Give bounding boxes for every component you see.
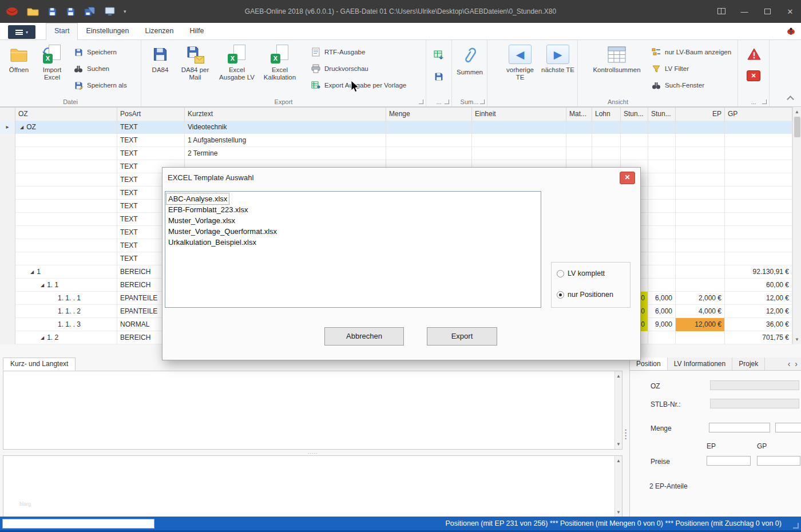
grid-cell-gp[interactable]: [725, 160, 792, 173]
grid-cell-stun2[interactable]: [648, 173, 676, 186]
grid-cell-oz[interactable]: [15, 226, 117, 239]
table-row[interactable]: ▸◢OZTEXTVideotechnik: [0, 121, 792, 134]
row-marker[interactable]: [0, 200, 15, 213]
stlb-input[interactable]: [710, 399, 799, 408]
grid-cell-stun2[interactable]: [648, 147, 676, 160]
kurztext-area[interactable]: ▲ ▼: [3, 371, 622, 450]
grid-cell-gp[interactable]: [725, 252, 792, 265]
excel-ausgabe-lv-button[interactable]: X Excel Ausgabe LV: [218, 43, 256, 81]
column-header-einheit[interactable]: Einheit: [472, 108, 566, 121]
langtext-area[interactable]: ▲ ▼ blarg: [3, 455, 622, 518]
grid-cell-menge[interactable]: [386, 121, 472, 134]
grid-cell-ep[interactable]: [676, 213, 725, 226]
export-button[interactable]: Export: [427, 327, 497, 346]
import-excel-button[interactable]: X Import Excel: [35, 43, 69, 81]
tab-lv-informationen[interactable]: LV Informationen: [668, 358, 733, 370]
grid-cell-gp[interactable]: [725, 186, 792, 200]
tab-einstellungen[interactable]: Einstellungen: [78, 23, 137, 40]
grid-cell-oz[interactable]: [15, 186, 117, 200]
speichern-als-button[interactable]: Speichern als: [73, 78, 127, 92]
grid-cell-oz[interactable]: ◢1. 2: [15, 331, 117, 344]
warning-button[interactable]: [747, 47, 762, 61]
open-folder-icon[interactable]: [27, 7, 39, 16]
row-marker[interactable]: [0, 252, 15, 265]
grid-cell-ep[interactable]: 12,000 €: [676, 318, 725, 331]
da84-per-mail-button[interactable]: DA84 per Mail: [177, 43, 213, 81]
radio-lv-komplett[interactable]: LV komplett: [557, 269, 605, 277]
grid-cell-stun1[interactable]: [621, 134, 648, 147]
row-marker[interactable]: [0, 265, 15, 279]
grid-cell-ep[interactable]: [676, 186, 725, 200]
grid-cell-oz[interactable]: 1. 1. . 2: [15, 305, 117, 318]
column-header-ep[interactable]: EP: [676, 108, 725, 121]
grid-cell-stun2[interactable]: [648, 226, 676, 239]
grid-cell-stun2[interactable]: [648, 186, 676, 200]
row-marker[interactable]: [0, 173, 15, 186]
maximize-button[interactable]: [762, 7, 772, 16]
grid-cell-gp[interactable]: 36,00 €: [725, 318, 792, 331]
grid-cell-stun2[interactable]: [648, 160, 676, 173]
grid-cell-lohn[interactable]: [592, 147, 621, 160]
grid-cell-kurztext[interactable]: 1 Aufgabenstellung: [185, 134, 386, 147]
grid-cell-posart[interactable]: TEXT: [117, 134, 185, 147]
row-marker[interactable]: [0, 239, 15, 252]
save-icon[interactable]: [47, 7, 57, 17]
column-header-oz[interactable]: OZ: [15, 108, 117, 121]
row-marker[interactable]: [0, 292, 15, 305]
dialog-close-button[interactable]: ✕: [620, 172, 635, 184]
grid-cell-gp[interactable]: 60,00 €: [725, 279, 792, 292]
save-as-icon[interactable]: [66, 7, 76, 17]
naechste-te-button[interactable]: ▶ nächste TE: [541, 43, 574, 74]
row-marker[interactable]: [0, 213, 15, 226]
bug-report-icon[interactable]: [787, 27, 795, 35]
scroll-up-icon[interactable]: ▲: [615, 456, 622, 465]
tree-expander-icon[interactable]: ◢: [20, 125, 23, 130]
column-header-mat[interactable]: Mat...: [566, 108, 592, 121]
grid-cell-mat[interactable]: [566, 134, 592, 147]
table-row[interactable]: TEXT2 Termine: [0, 147, 792, 160]
grid-cell-ep[interactable]: [676, 252, 725, 265]
row-marker[interactable]: ▸: [0, 121, 15, 134]
close-file-button[interactable]: ✕: [747, 69, 760, 82]
grid-cell-ep[interactable]: [676, 265, 725, 279]
grid-cell-gp[interactable]: [725, 226, 792, 239]
grid-cell-stun2[interactable]: 6,000: [648, 305, 676, 318]
column-header-stun1[interactable]: Stun...: [621, 108, 648, 121]
grid-cell-ep[interactable]: [676, 173, 725, 186]
grid-cell-ep[interactable]: 4,000 €: [676, 305, 725, 318]
grid-cell-gp[interactable]: [725, 213, 792, 226]
scrollbar-thumb[interactable]: [794, 117, 800, 137]
grid-cell-gp[interactable]: [725, 173, 792, 186]
column-header-gp[interactable]: GP: [725, 108, 792, 121]
tree-expander-icon[interactable]: ◢: [30, 269, 34, 275]
tree-expander-icon[interactable]: ◢: [41, 283, 44, 288]
grid-cell-stun2[interactable]: 9,000: [648, 318, 676, 331]
grid-cell-gp[interactable]: 12,00 €: [725, 305, 792, 318]
grid-cell-menge[interactable]: [386, 147, 472, 160]
grid-cell-ep[interactable]: [676, 239, 725, 252]
summen-button[interactable]: Summen: [454, 43, 486, 76]
langtext-scrollbar[interactable]: ▲ ▼: [614, 456, 622, 517]
grid-cell-gp[interactable]: [725, 239, 792, 252]
grid-cell-einheit[interactable]: [472, 147, 566, 160]
grid-cell-oz[interactable]: [15, 147, 117, 160]
grid-cell-stun2[interactable]: [648, 239, 676, 252]
lv-baum-button[interactable]: nur LV-Baum anzeigen: [651, 45, 731, 59]
grid-cell-oz[interactable]: ◢1. 1: [15, 279, 117, 292]
grid-cell-ep[interactable]: [676, 160, 725, 173]
tab-projekt[interactable]: Projek: [732, 358, 765, 370]
grid-cell-oz[interactable]: [15, 200, 117, 213]
ep-input[interactable]: [707, 456, 751, 466]
grid-cell-oz[interactable]: 1. 1. . 1: [15, 292, 117, 305]
column-header-kurztext[interactable]: Kurztext: [185, 108, 386, 121]
resize-grip[interactable]: [793, 523, 799, 529]
grid-cell-oz[interactable]: [15, 213, 117, 226]
excel-kalkulation-button[interactable]: X Excel Kalkulation: [260, 43, 299, 81]
grid-cell-oz[interactable]: [15, 252, 117, 265]
grid-cell-gp[interactable]: 92.130,91 €: [725, 265, 792, 279]
tabs-scroll-left-icon[interactable]: ‹: [788, 359, 791, 368]
template-list-item[interactable]: EFB-Formblatt_223.xlsx: [166, 204, 540, 215]
grid-cell-gp[interactable]: [725, 147, 792, 160]
vorherige-te-button[interactable]: ◀ vorherige TE: [502, 43, 538, 81]
grid-cell-gp[interactable]: [725, 200, 792, 213]
